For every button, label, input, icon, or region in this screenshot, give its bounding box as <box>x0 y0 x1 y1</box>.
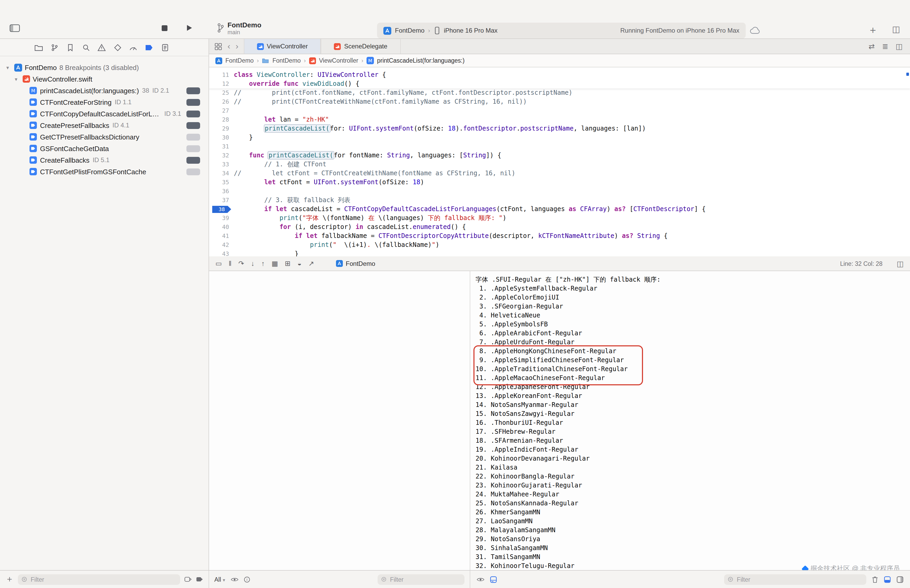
project-row[interactable]: ▾ FontDemo 8 Breakpoints (3 disabled) <box>0 61 209 73</box>
code-line[interactable]: 40 for (i, descriptor) in cascadeList.en… <box>209 223 910 232</box>
code-line[interactable]: 25// print(ctFont.fontName, ctFont.famil… <box>209 89 910 97</box>
breakpoint-row[interactable]: MprintCascadeList(for:languages:)38ID 2.… <box>0 85 209 96</box>
variables-filter-input[interactable] <box>389 576 461 583</box>
code-line[interactable]: 28 let lan = "zh-HK" <box>209 115 910 124</box>
file-row[interactable]: ▾ ViewController.swift <box>0 73 209 85</box>
scheme-selector[interactable]: FontDemo main <box>217 21 262 36</box>
project-navigator-tab[interactable] <box>34 43 43 52</box>
bookmarks-navigator-tab[interactable] <box>65 43 75 52</box>
environment-overrides-icon[interactable]: ◒ <box>297 260 302 267</box>
breakpoint-row[interactable]: CTFontCopyDefaultCascadeListForLa…ID 3.1 <box>0 108 209 120</box>
toggle-variables-pane-icon[interactable] <box>884 576 891 583</box>
breakpoint-row[interactable]: GSFontCacheGetData <box>0 143 209 154</box>
breakpoint-toggle[interactable] <box>186 122 200 129</box>
code-line[interactable]: 27 <box>209 106 910 115</box>
library-add-icon[interactable]: ＋ <box>868 23 878 37</box>
process-chip[interactable]: FontDemo <box>336 260 375 267</box>
code-line[interactable]: 12 override func viewDidLoad() { <box>209 79 910 89</box>
code-line[interactable]: 34// let ctFont = CTFontCreateWithName(f… <box>209 169 910 178</box>
stop-button[interactable] <box>161 25 168 32</box>
disclosure-chevron-icon[interactable]: ▾ <box>15 76 20 82</box>
breakpoint-row[interactable]: CTFontGetPlistFromGSFontCache <box>0 166 209 178</box>
debug-area-panel-icon[interactable]: ◫ <box>897 259 904 268</box>
code-line[interactable]: 11class ViewController: UIViewController… <box>209 71 910 79</box>
breakpoint-row[interactable]: CTFontCreateForStringID 1.1 <box>0 96 209 108</box>
breadcrumb-item[interactable]: printCascadeList(for:languages:) <box>377 57 464 64</box>
debug-view-hierarchy-icon[interactable]: ▦ <box>272 260 278 267</box>
debug-navigator-tab[interactable] <box>128 43 138 52</box>
code-review-icon[interactable]: ⇄ <box>869 42 875 50</box>
console-filter-input[interactable] <box>736 576 863 583</box>
step-into-icon[interactable]: ↓ <box>251 260 254 267</box>
issues-navigator-tab[interactable] <box>97 43 107 52</box>
add-editor-icon[interactable]: ◫ <box>896 42 903 50</box>
find-navigator-tab[interactable] <box>81 43 91 52</box>
code-line[interactable]: 35 let ctFont = UIFont.systemFont(ofSize… <box>209 178 910 187</box>
code-line[interactable]: 37 // 3. 获取 fallback 列表 <box>209 196 910 205</box>
tests-navigator-tab[interactable] <box>113 43 122 52</box>
source-editor[interactable]: 11class ViewController: UIViewController… <box>209 67 910 256</box>
activity-viewer[interactable]: FontDemo › iPhone 16 Pro Max Running Fon… <box>377 23 746 39</box>
code-line[interactable]: 33 // 1. 创建 CTFont <box>209 160 910 169</box>
pause-execution-icon[interactable]: ‖ <box>229 260 232 267</box>
clear-console-trash-icon[interactable] <box>871 576 878 583</box>
breakpoint-toggle[interactable] <box>186 145 200 152</box>
console-output[interactable]: 字体 .SFUI-Regular 在 ["zh-HK"] 下的 fallback… <box>470 271 910 570</box>
editor-tab-scenedelegate[interactable]: SceneDelegate <box>321 39 401 54</box>
code-line[interactable]: 31 <box>209 142 910 151</box>
breakpoint-row[interactable]: CreateFallbacksID 5.1 <box>0 154 209 166</box>
breadcrumb-item[interactable]: FontDemo <box>225 57 254 64</box>
info-icon[interactable]: i <box>244 576 250 583</box>
navigator-filter-input[interactable] <box>30 576 176 583</box>
hide-debug-area-icon[interactable]: ▭ <box>215 260 222 267</box>
breakpoint-toggle[interactable] <box>186 87 200 94</box>
editor-list-icon[interactable]: ≣ <box>882 42 888 50</box>
code-line[interactable]: 38 if let cascadeList = CTFontCopyDefaul… <box>209 205 910 214</box>
show-modified-breakpoints-icon[interactable] <box>196 577 203 582</box>
code-line[interactable]: 30 } <box>209 133 910 142</box>
forward-icon[interactable]: › <box>236 42 239 50</box>
breakpoint-toggle[interactable] <box>186 99 200 105</box>
step-over-icon[interactable]: ↷ <box>238 260 244 267</box>
breakpoint-toggle[interactable] <box>186 133 200 140</box>
run-button[interactable] <box>185 24 193 32</box>
code-line[interactable]: 39 print("字体 \(fontName) 在 \(languages) … <box>209 214 910 223</box>
editor-tab-viewcontroller[interactable]: ViewController <box>244 39 321 54</box>
breakpoint-toggle[interactable] <box>186 157 200 163</box>
variables-scope-selector[interactable]: All ▾ <box>214 576 225 583</box>
breadcrumb-item[interactable]: ViewController <box>319 57 358 64</box>
reports-navigator-tab[interactable] <box>160 43 170 52</box>
console-filter[interactable] <box>724 574 866 585</box>
back-icon[interactable]: ‹ <box>228 42 230 50</box>
code-line[interactable]: 42 print(" \(i+1). \(fallbackName)") <box>209 241 910 250</box>
show-enabled-breakpoints-icon[interactable] <box>184 577 192 582</box>
cloud-status-icon[interactable] <box>750 27 761 34</box>
breakpoint-row[interactable]: CreatePresetFallbacksID 4.1 <box>0 120 209 131</box>
code-line[interactable]: 36 <box>209 187 910 196</box>
simulate-location-icon[interactable]: ↗ <box>308 260 314 267</box>
editor-grid-icon[interactable] <box>214 42 222 50</box>
source-control-navigator-tab[interactable] <box>50 43 59 52</box>
console-pane-icon[interactable] <box>490 576 497 583</box>
code-line[interactable]: 26// print(CTFontCreateWithName(ctFont.f… <box>209 97 910 106</box>
quicklook-eye-icon[interactable] <box>477 577 485 582</box>
breakpoint-toggle[interactable] <box>186 110 200 117</box>
breakpoint-toggle[interactable] <box>186 168 200 175</box>
line-breakpoint-marker[interactable]: 38 <box>212 205 231 213</box>
code-line[interactable]: 32 func printCascadeList(for fontName: S… <box>209 151 910 160</box>
toggle-inspector-pane-icon[interactable] <box>896 576 904 583</box>
step-out-icon[interactable]: ↑ <box>261 260 265 267</box>
editor-panes-icon[interactable]: ◫ <box>892 24 900 34</box>
code-line[interactable]: 43 } <box>209 250 910 256</box>
breakpoints-navigator-tab[interactable] <box>144 43 154 52</box>
debug-memory-graph-icon[interactable]: ⊞ <box>285 260 291 267</box>
variables-view[interactable] <box>209 271 470 570</box>
toggle-navigator-icon[interactable] <box>10 24 20 32</box>
quicklook-eye-icon[interactable] <box>230 577 238 582</box>
add-breakpoint-icon[interactable]: ＋ <box>5 574 14 585</box>
breakpoint-row[interactable]: GetCTPresetFallbacksDictionary <box>0 131 209 143</box>
breadcrumb-item[interactable]: FontDemo <box>273 57 301 64</box>
disclosure-chevron-icon[interactable]: ▾ <box>6 65 11 70</box>
code-line[interactable]: 29 printCascadeList(for: UIFont.systemFo… <box>209 124 910 133</box>
code-line[interactable]: 41 if let fallbackName = CTFontDescripto… <box>209 232 910 241</box>
